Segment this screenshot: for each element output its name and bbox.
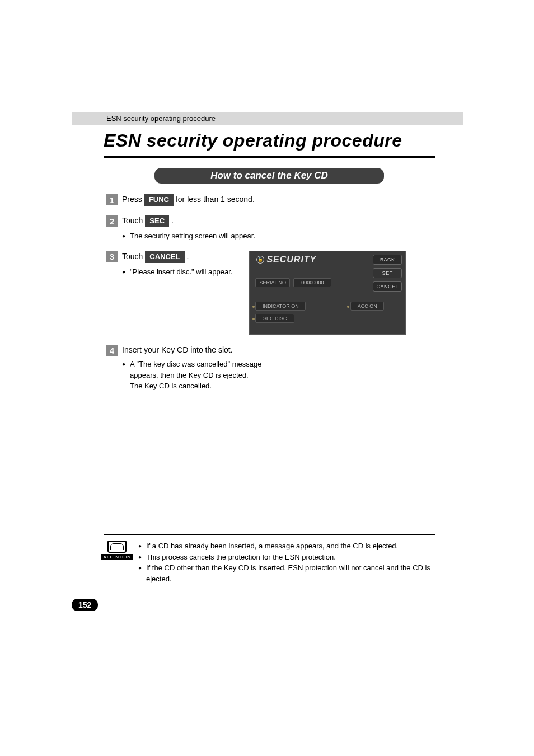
serial-label: SERIAL NO xyxy=(255,278,290,287)
step-bullet: The security setting screen will appear. xyxy=(122,231,255,242)
lock-icon: 🔒 xyxy=(256,256,264,264)
step-1: 1 Press FUNC for less than 1 second. xyxy=(106,194,534,206)
security-title: 🔒 SECURITY xyxy=(256,255,316,265)
step-text: Touch xyxy=(122,251,143,262)
indicator-on-button[interactable]: INDICATOR ON xyxy=(255,302,306,311)
cancel-button[interactable]: CANCEL xyxy=(145,251,184,263)
func-button[interactable]: FUNC xyxy=(144,194,174,206)
attention-box: ATTENTION If a CD has already been inser… xyxy=(104,534,435,590)
attention-item: If the CD other than the Key CD is inser… xyxy=(138,562,435,584)
panel-set-button[interactable]: SET xyxy=(373,268,402,278)
indicator-dot-icon xyxy=(252,306,255,308)
acc-on-button[interactable]: ACC ON xyxy=(350,302,384,311)
sec-button[interactable]: SEC xyxy=(145,215,169,227)
panel-back-button[interactable]: BACK xyxy=(373,255,402,265)
page-number: 152 xyxy=(72,599,98,611)
step-text: Press xyxy=(122,194,142,205)
step-text: . xyxy=(171,215,174,227)
steps-list: 1 Press FUNC for less than 1 second. 2 T… xyxy=(106,194,534,392)
step-text: Touch xyxy=(122,215,143,227)
step-text: . xyxy=(187,251,189,262)
step-text: Insert your Key CD into the slot. xyxy=(122,345,233,356)
panel-cancel-button[interactable]: CANCEL xyxy=(373,281,402,292)
page-title: ESN security operating procedure xyxy=(104,130,534,151)
step-number: 3 xyxy=(106,251,118,262)
attention-item: If a CD has already been inserted, a mes… xyxy=(138,541,435,552)
breadcrumb: ESN security operating procedure xyxy=(72,112,463,125)
step-number: 4 xyxy=(106,345,118,356)
step-bullet: "Please insert disc." will appear. xyxy=(122,266,232,278)
step-continuation: The Key CD is cancelled. xyxy=(122,381,268,392)
step-text: for less than 1 second. xyxy=(176,194,255,205)
step-number: 2 xyxy=(106,215,118,227)
book-icon xyxy=(107,541,127,553)
step-4: 4 Insert your Key CD into the slot. A "T… xyxy=(106,345,534,392)
step-number: 1 xyxy=(106,194,118,205)
section-title: How to cancel the Key CD xyxy=(154,168,384,184)
indicator-dot-icon xyxy=(252,318,255,320)
attention-item: This process cancels the protection for … xyxy=(138,552,435,563)
serial-value: 00000000 xyxy=(293,278,331,287)
title-rule xyxy=(104,156,435,158)
step-2: 2 Touch SEC . The security setting scree… xyxy=(106,215,534,242)
sec-disc-button[interactable]: SEC DISC xyxy=(255,314,294,323)
step-3: 3 Touch CANCEL . "Please insert disc." w… xyxy=(106,251,232,278)
step-bullet: A "The key disc was cancelled" message a… xyxy=(122,359,268,381)
attention-label: ATTENTION xyxy=(101,554,133,560)
indicator-dot-icon xyxy=(347,306,349,308)
security-screen: 🔒 SECURITY BACK SET CANCEL SERIAL NO 000… xyxy=(249,251,406,335)
